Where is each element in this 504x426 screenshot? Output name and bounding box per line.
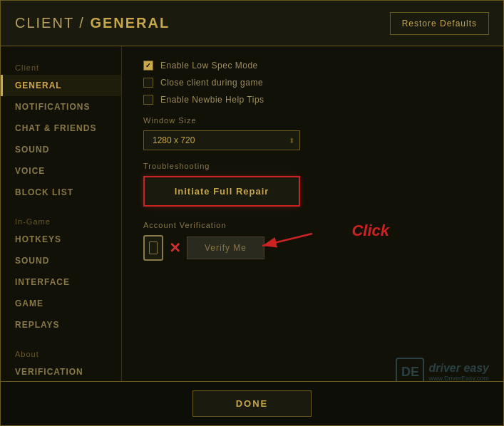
watermark-brand: driver easy bbox=[428, 362, 489, 375]
window-size-wrapper: 1280 x 720 1920 x 1080 1024 x 768 bbox=[143, 130, 300, 150]
sidebar-item-chat-friends[interactable]: CHAT & FRIENDS bbox=[1, 118, 121, 139]
account-verification-title: Account Verification bbox=[143, 221, 482, 229]
low-spec-label: Enable Low Spec Mode bbox=[160, 61, 258, 71]
sidebar-section-about: About bbox=[1, 344, 121, 361]
main-content: Enable Low Spec Mode Close client during… bbox=[122, 46, 503, 381]
done-button[interactable]: DONE bbox=[192, 390, 312, 417]
newbie-help-row: Enable Newbie Help Tips bbox=[143, 95, 482, 105]
newbie-help-checkbox[interactable] bbox=[143, 95, 153, 105]
troubleshooting-section: Troubleshooting Initiate Full Repair bbox=[143, 162, 482, 207]
close-client-checkbox[interactable] bbox=[143, 78, 153, 88]
verify-me-button[interactable]: Verify Me bbox=[187, 237, 264, 259]
phone-icon bbox=[143, 235, 163, 261]
watermark-text: driver easy www.DriverEasy.com bbox=[428, 362, 489, 382]
sidebar-item-general[interactable]: GENERAL bbox=[1, 75, 121, 96]
window-size-section-title: Window Size bbox=[143, 116, 482, 125]
sidebar-item-block-list[interactable]: BLOCK LIST bbox=[1, 182, 121, 203]
footer: DONE bbox=[1, 381, 503, 425]
newbie-help-label: Enable Newbie Help Tips bbox=[160, 95, 264, 105]
initiate-full-repair-button[interactable]: Initiate Full Repair bbox=[143, 176, 300, 207]
sidebar-item-sound[interactable]: SOUND bbox=[1, 139, 121, 160]
app-container: CLIENT / GENERAL Restore Defaults Client… bbox=[0, 0, 504, 426]
body: Client GENERAL NOTIFICATIONS CHAT & FRIE… bbox=[1, 46, 503, 381]
x-icon: ✕ bbox=[169, 239, 181, 256]
sidebar: Client GENERAL NOTIFICATIONS CHAT & FRIE… bbox=[1, 46, 122, 381]
page-title: CLIENT / GENERAL bbox=[15, 15, 170, 31]
sidebar-item-verification[interactable]: VERIFICATION bbox=[1, 361, 121, 381]
sidebar-section-client: Client bbox=[1, 58, 121, 75]
sidebar-item-game[interactable]: GAME bbox=[1, 293, 121, 314]
sidebar-item-notifications[interactable]: NOTIFICATIONS bbox=[1, 96, 121, 118]
window-size-select[interactable]: 1280 x 720 1920 x 1080 1024 x 768 bbox=[143, 130, 300, 150]
close-client-row: Close client during game bbox=[143, 78, 482, 88]
restore-defaults-button[interactable]: Restore Defaults bbox=[390, 12, 489, 35]
header: CLIENT / GENERAL Restore Defaults bbox=[1, 1, 503, 46]
sidebar-item-sound-ingame[interactable]: SOUND bbox=[1, 250, 121, 271]
sidebar-item-hotkeys[interactable]: HOTKEYS bbox=[1, 229, 121, 250]
low-spec-checkbox[interactable] bbox=[143, 61, 153, 71]
low-spec-row: Enable Low Spec Mode bbox=[143, 61, 482, 71]
sidebar-item-voice[interactable]: VOICE bbox=[1, 160, 121, 182]
sidebar-item-replays[interactable]: REPLAYS bbox=[1, 314, 121, 336]
sidebar-section-ingame: In-Game bbox=[1, 212, 121, 229]
account-verification-section: Account Verification ✕ Verify Me bbox=[143, 221, 482, 261]
sidebar-item-interface[interactable]: INTERFACE bbox=[1, 271, 121, 293]
close-client-label: Close client during game bbox=[160, 78, 263, 88]
troubleshooting-title: Troubleshooting bbox=[143, 162, 482, 170]
account-icons-row: ✕ Verify Me bbox=[143, 235, 482, 261]
